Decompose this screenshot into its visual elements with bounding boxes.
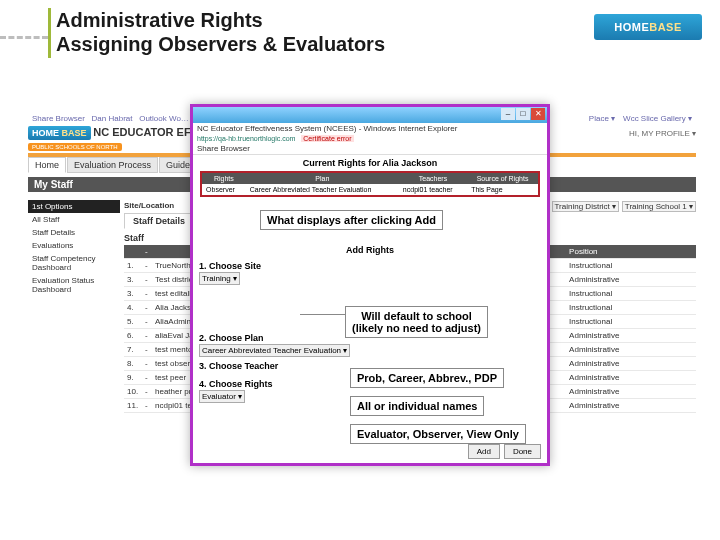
choose-site-select[interactable]: Training ▾	[199, 272, 240, 285]
cert-error-icon: Certificate error	[301, 135, 353, 142]
title-line2: Assigning Observers & Evaluators	[56, 33, 385, 55]
callout-leader-line	[300, 314, 345, 315]
nav-eval-status[interactable]: Evaluation Status Dashboard	[28, 274, 120, 296]
callout-teacher-options: All or individual names	[350, 396, 484, 416]
maximize-icon[interactable]: □	[516, 108, 530, 120]
dialog-share[interactable]: Share Browser	[193, 143, 547, 155]
choose-rights-select[interactable]: Evaluator ▾	[199, 390, 245, 403]
add-rights-heading: Add Rights	[193, 245, 547, 255]
decorative-dashes	[0, 36, 48, 39]
callout-plan-options: Prob, Career, Abbrev., PDP	[350, 368, 504, 388]
minimize-icon[interactable]: –	[501, 108, 515, 120]
current-rights-table: RightsPlanTeachersSource of Rights Obser…	[200, 171, 540, 197]
app-header: NC EDUCATOR EFF	[93, 126, 197, 138]
leftnav-header: 1st Options	[28, 200, 120, 213]
dialog-window-title: NC Educator Effectiveness System (NCEES)…	[193, 123, 547, 134]
homebase-logo: HOME BASE	[594, 14, 702, 40]
callout-after-add: What displays after clicking Add	[260, 210, 443, 230]
callout-default-school: Will default to school(likely no need to…	[345, 306, 488, 338]
accent-bar	[48, 8, 51, 58]
district-select[interactable]: Training District ▾	[552, 201, 620, 212]
slide-title: Administrative Rights Assigning Observer…	[56, 8, 385, 56]
nav-all-staff[interactable]: All Staff	[28, 213, 120, 226]
nav-competency[interactable]: Staff Competency Dashboard	[28, 252, 120, 274]
school-select[interactable]: Training School 1 ▾	[622, 201, 696, 212]
nav-staff-details[interactable]: Staff Details	[28, 226, 120, 239]
current-rights-heading: Current Rights for Alia Jackson	[193, 155, 547, 171]
tab-home[interactable]: Home	[28, 157, 66, 173]
step-1-label: 1. Choose Site	[193, 255, 547, 273]
left-nav: 1st Options All Staff Staff Details Eval…	[28, 200, 120, 296]
dialog-titlebar: – □ ✕	[193, 107, 547, 123]
add-button[interactable]: Add	[468, 444, 500, 459]
app-logo: HOME BASE	[28, 126, 91, 140]
title-line1: Administrative Rights	[56, 9, 263, 31]
app-subheader: PUBLIC SCHOOLS OF NORTH	[28, 143, 122, 151]
site-location-label: Site/Location	[124, 201, 174, 210]
profile-menu[interactable]: HI, MY PROFILE ▾	[629, 129, 696, 138]
close-icon[interactable]: ✕	[531, 108, 545, 120]
nav-evaluations[interactable]: Evaluations	[28, 239, 120, 252]
tab-eval-process[interactable]: Evaluation Process	[67, 157, 158, 173]
callout-rights-options: Evaluator, Observer, View Only	[350, 424, 526, 444]
tab-staff-details[interactable]: Staff Details	[124, 213, 194, 229]
done-button[interactable]: Done	[504, 444, 541, 459]
choose-plan-select[interactable]: Career Abbreviated Teacher Evaluation ▾	[199, 344, 350, 357]
dialog-url: https://qa-hb.truenorthlogic.com Certifi…	[193, 134, 547, 143]
